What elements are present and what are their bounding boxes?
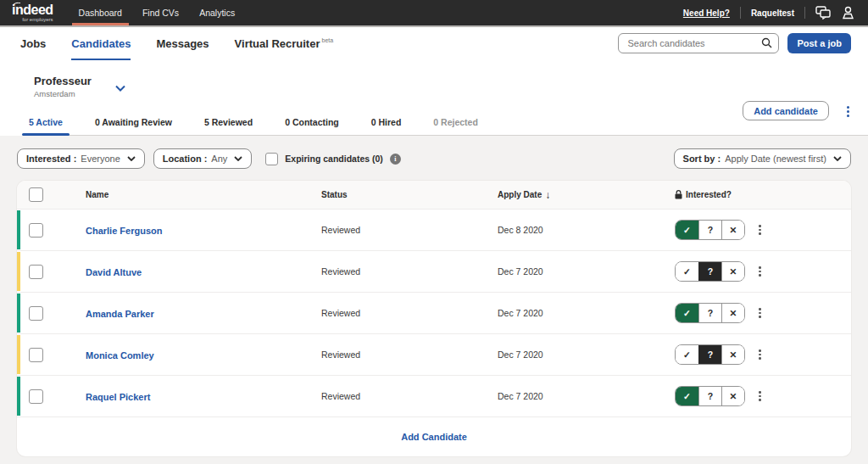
messages-icon[interactable] (815, 6, 832, 20)
indeed-logo-text: indeed (12, 4, 53, 16)
candidate-apply-date: Dec 7 2020 (498, 266, 675, 277)
add-candidate-button[interactable]: Add candidate (743, 101, 829, 120)
candidate-status: Reviewed (321, 349, 498, 360)
interested-button-group: ✓ ? ✕ (675, 261, 745, 282)
interested-maybe-button[interactable]: ? (698, 345, 721, 364)
row-checkbox[interactable] (29, 389, 43, 404)
interested-no-button[interactable]: ✕ (721, 262, 744, 281)
chevron-down-icon (234, 156, 242, 161)
sort-descending-arrow-icon: ↓ (545, 189, 550, 201)
expiring-candidates-label: Expiring candidates (0) (285, 154, 383, 164)
interested-button-group: ✓ ? ✕ (675, 344, 745, 365)
candidate-name-link[interactable]: Charlie Ferguson (86, 226, 162, 236)
row-overflow-menu-icon[interactable] (757, 223, 763, 237)
interested-no-button[interactable]: ✕ (721, 387, 744, 405)
interested-yes-button[interactable]: ✓ (676, 345, 698, 364)
row-checkbox[interactable] (29, 348, 43, 362)
topnav-find-cvs[interactable]: Find CVs (132, 0, 189, 25)
tab-awaiting-review[interactable]: 0 Awaiting Review (95, 117, 172, 135)
topnav-analytics[interactable]: Analytics (189, 0, 245, 25)
interested-yes-button[interactable]: ✓ (676, 387, 698, 405)
sort-by-dropdown[interactable]: Sort by : Apply Date (newest first) (674, 148, 851, 169)
account-icon[interactable] (842, 6, 854, 20)
indeed-logo[interactable]: indeed for employers (0, 0, 69, 25)
row-checkbox[interactable] (29, 265, 43, 279)
job-location: Amsterdam (34, 89, 92, 98)
candidate-status: Reviewed (321, 391, 498, 401)
interested-yes-button[interactable]: ✓ (676, 304, 698, 322)
job-title: Professeur (34, 75, 92, 87)
candidate-name-link[interactable]: Amanda Parker (86, 309, 154, 319)
interested-maybe-button[interactable]: ? (698, 262, 721, 281)
info-icon[interactable]: i (390, 154, 401, 165)
username-menu[interactable]: Raqueltest (751, 8, 794, 18)
need-help-link[interactable]: Need Help? (683, 8, 730, 18)
candidates-table-card: Name Status Apply Date ↓ Interested? Cha… (17, 181, 851, 456)
interested-button-group: ✓ ? ✕ (675, 386, 745, 406)
interested-no-button[interactable]: ✕ (721, 345, 744, 364)
row-checkbox[interactable] (29, 223, 43, 238)
candidate-status: Reviewed (321, 308, 498, 318)
job-header: Professeur Amsterdam Add candidate 5 Act… (0, 61, 868, 136)
nav-tab-jobs[interactable]: Jobs (20, 37, 46, 50)
candidate-name-link[interactable]: David Altuve (86, 267, 142, 277)
column-header-apply-date[interactable]: Apply Date ↓ (498, 189, 675, 201)
candidate-status: Reviewed (321, 225, 498, 235)
table-footer: Add Candidate (17, 416, 851, 456)
row-overflow-menu-icon[interactable] (757, 265, 763, 278)
lock-icon (675, 190, 682, 199)
candidate-row: Raquel Pickert Reviewed Dec 7 2020 ✓ ? ✕ (17, 375, 851, 416)
nav-tab-virtual-recruiter[interactable]: Virtual Recruiterbeta (235, 37, 334, 50)
expiring-candidates-checkbox[interactable] (265, 153, 278, 165)
add-candidate-link[interactable]: Add Candidate (401, 432, 467, 442)
divider (740, 7, 741, 19)
nav-tab-messages[interactable]: Messages (156, 37, 209, 50)
chevron-down-icon (127, 156, 136, 161)
select-all-checkbox[interactable] (29, 187, 43, 202)
table-body: Charlie Ferguson Reviewed Dec 8 2020 ✓ ?… (17, 209, 851, 416)
interested-maybe-button[interactable]: ? (698, 304, 721, 322)
location-filter-dropdown[interactable]: Location : Any (153, 148, 253, 169)
candidate-apply-date: Dec 7 2020 (498, 391, 675, 401)
candidate-apply-date: Dec 7 2020 (498, 308, 675, 318)
candidate-row: David Altuve Reviewed Dec 7 2020 ✓ ? ✕ (17, 250, 851, 292)
candidate-name-link[interactable]: Monica Comley (86, 350, 154, 361)
row-overflow-menu-icon[interactable] (757, 348, 763, 361)
column-header-interested: Interested? (675, 190, 851, 199)
interested-no-button[interactable]: ✕ (721, 304, 744, 322)
row-checkbox[interactable] (29, 306, 43, 321)
interested-yes-button[interactable]: ✓ (676, 262, 698, 281)
nav-tab-candidates[interactable]: Candidates (71, 37, 131, 50)
tab-reviewed[interactable]: 5 Reviewed (204, 117, 253, 135)
post-a-job-button[interactable]: Post a job (787, 33, 851, 53)
topnav-dashboard[interactable]: Dashboard (69, 0, 132, 25)
job-overflow-menu-icon[interactable] (845, 104, 851, 119)
job-selector-chevron-down-icon[interactable] (115, 85, 125, 92)
candidate-status: Reviewed (321, 266, 498, 277)
candidate-row: Charlie Ferguson Reviewed Dec 8 2020 ✓ ?… (17, 209, 851, 250)
indeed-logo-subtext: for employers (12, 17, 53, 22)
tab-hired[interactable]: 0 Hired (371, 117, 402, 135)
interested-filter-dropdown[interactable]: Interested : Everyone (17, 148, 145, 169)
tab-rejected[interactable]: 0 Rejected (433, 117, 478, 135)
tab-active[interactable]: 5 Active (29, 117, 63, 135)
search-candidates-input[interactable] (618, 33, 779, 53)
candidate-status-tabs: 5 Active 0 Awaiting Review 5 Reviewed 0 … (29, 117, 868, 136)
interested-yes-button[interactable]: ✓ (676, 221, 698, 239)
interested-maybe-button[interactable]: ? (698, 387, 721, 405)
secondary-nav-bar: Jobs Candidates Messages Virtual Recruit… (0, 25, 868, 61)
top-navigation: Dashboard Find CVs Analytics (69, 0, 246, 25)
interested-no-button[interactable]: ✕ (721, 221, 744, 239)
candidate-row: Monica Comley Reviewed Dec 7 2020 ✓ ? ✕ (17, 333, 851, 375)
chevron-down-icon (833, 156, 842, 161)
tab-contacting[interactable]: 0 Contacting (285, 117, 339, 135)
candidate-apply-date: Dec 8 2020 (498, 225, 675, 235)
row-overflow-menu-icon[interactable] (757, 306, 763, 320)
row-overflow-menu-icon[interactable] (757, 389, 763, 403)
candidate-name-link[interactable]: Raquel Pickert (86, 392, 150, 402)
candidate-row: Amanda Parker Reviewed Dec 7 2020 ✓ ? ✕ (17, 292, 851, 333)
divider (804, 7, 805, 19)
search-icon (761, 37, 772, 48)
interested-maybe-button[interactable]: ? (698, 221, 721, 239)
interested-button-group: ✓ ? ✕ (675, 303, 745, 323)
